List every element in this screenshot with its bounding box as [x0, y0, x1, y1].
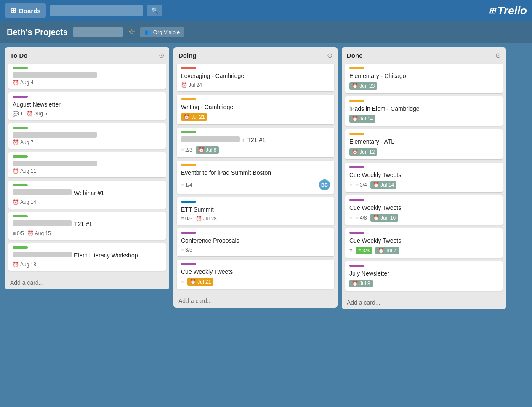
add-card-button-todo[interactable]: Add a card... — [5, 276, 169, 289]
card-color-bar — [349, 67, 364, 69]
card-title: Eventbrite for iPad Summit Boston — [181, 169, 330, 177]
due-badge-text: ⏰ Aug 14 — [13, 199, 36, 205]
checklist-badge-text: ≡ 0/5 — [13, 230, 24, 236]
clock-icon: ⏰ — [27, 230, 34, 236]
clock-icon: ⏰ — [181, 82, 187, 88]
card-menu-icon: ≡ — [349, 215, 352, 221]
clock-icon: ⏰ — [13, 80, 19, 86]
column-todo: To Do⊙⏰ Aug 4August Newsletter💬 1⏰ Aug 5… — [5, 47, 169, 289]
search-input[interactable] — [50, 5, 143, 16]
card[interactable]: ⏰ Aug 4 — [8, 64, 166, 89]
org-visible-button[interactable]: 👥 Org Visible — [140, 27, 184, 37]
add-card-button-done[interactable]: Add a card... — [342, 296, 506, 309]
card[interactable]: Elem Literacy Workshop⏰ Aug 18 — [8, 243, 166, 271]
checklist-badge-text: ≡ 4/8 — [356, 215, 367, 221]
checklist-badge-text: ≡ 3/4 — [356, 182, 367, 188]
card-title: Elem Literacy Workshop — [74, 252, 138, 259]
checklist-badge-text: ≡ 0/5 — [181, 216, 192, 222]
card[interactable]: ETT Summit≡ 0/5⏰ Jul 28 — [177, 197, 334, 225]
board-header-blur — [73, 27, 123, 37]
checklist-complete-icon: ≡ — [358, 248, 361, 254]
card-title: Elementary - ATL — [349, 138, 498, 145]
card-color-bar — [13, 96, 28, 98]
card[interactable]: Leveraging - Cambridge⏰ Jul 24 — [177, 64, 334, 91]
card-color-bar — [181, 232, 196, 234]
card-color-bar — [349, 199, 364, 201]
org-visible-icon: 👥 — [144, 29, 151, 35]
card[interactable]: ⏰ Aug 11 — [8, 152, 166, 177]
card[interactable]: n T21 #1≡ 2/3⏰ Jul 8 — [177, 128, 334, 157]
card[interactable]: July Newsletter⏰ Jul 8 — [345, 261, 503, 291]
due-badge-text: ⏰ Aug 11 — [13, 168, 36, 174]
clock-icon: ⏰ — [196, 216, 202, 222]
due-badge-text: ⏰ Aug 7 — [13, 139, 33, 145]
column-menu-doing[interactable]: ⊙ — [327, 51, 332, 59]
column-header-todo: To Do⊙ — [5, 47, 169, 62]
card[interactable]: iPads in Elem - Cambridge⏰ Jul 14 — [345, 96, 503, 126]
clock-icon: ⏰ — [352, 281, 358, 287]
card[interactable]: Elementary - Chicago⏰ Jun 23 — [345, 64, 503, 93]
card-menu-icon: ≡ — [181, 279, 184, 285]
due-badge: ⏰ Jun 12 — [349, 148, 377, 156]
card-title: n T21 #1 — [242, 137, 266, 143]
card[interactable]: Cue Weekly Tweets≡≡ 3/4⏰ Jul 14 — [345, 163, 503, 192]
card-color-bar — [13, 127, 28, 129]
card-meta: 💬 1⏰ Aug 5 — [13, 111, 162, 117]
card[interactable]: T21 #1≡ 0/5⏰ Aug 15 — [8, 212, 166, 240]
card[interactable]: Cue Weekly Tweets≡⏰ Jul 21 — [177, 260, 334, 289]
card-meta: ≡ 1/4BB — [181, 179, 330, 190]
card-title-blurred-partial — [13, 220, 72, 226]
card[interactable]: Cue Weekly Tweets≡≡ 3/3⏰ Jul 7 — [345, 228, 503, 258]
card-menu-icon: ≡ — [349, 182, 352, 188]
column-title-doing: Doing — [178, 52, 197, 59]
card[interactable]: Conference Proposals≡ 3/5 — [177, 228, 334, 256]
clock-icon: ⏰ — [13, 139, 19, 145]
card[interactable]: Webinar #1⏰ Aug 14 — [8, 181, 166, 209]
top-nav: ⊞ Boards 🔍 ⊞ Trello — [0, 0, 532, 21]
checklist-icon: ≡ — [181, 216, 184, 222]
checklist-badge-text: ≡ 3/5 — [181, 247, 192, 253]
card[interactable]: Eventbrite for iPad Summit Boston≡ 1/4BB — [177, 161, 334, 193]
add-card-button-doing[interactable]: Add a card... — [173, 294, 338, 308]
boards-button[interactable]: ⊞ Boards — [5, 3, 46, 18]
card[interactable]: Cue Weekly Tweets≡≡ 4/8⏰ Jun 16 — [345, 195, 503, 225]
checklist-complete-badge: ≡ 3/3 — [356, 247, 372, 254]
card-meta: ⏰ Aug 14 — [13, 199, 162, 205]
board-title: Beth's Projects — [7, 27, 68, 37]
checklist-icon: ≡ — [181, 182, 184, 188]
search-icon[interactable]: 🔍 — [147, 5, 162, 16]
card-color-bar — [13, 155, 28, 158]
due-badge: ⏰ Jul 14 — [349, 115, 375, 123]
card-title: Webinar #1 — [74, 190, 104, 196]
card[interactable]: Writing - Cambridge⏰ Jul 21 — [177, 95, 334, 124]
checklist-icon: ≡ — [356, 182, 359, 188]
due-badge: ⏰ Jun 23 — [349, 82, 377, 90]
card-meta: ⏰ Jul 8 — [349, 280, 498, 287]
column-menu-todo[interactable]: ⊙ — [159, 51, 164, 59]
avatar-badge: BB — [319, 179, 330, 190]
clock-icon: ⏰ — [184, 114, 190, 120]
card-title: Cue Weekly Tweets — [181, 268, 330, 276]
trello-logo: ⊞ Trello — [489, 4, 527, 17]
card-meta: ≡ 2/3⏰ Jul 8 — [181, 146, 330, 154]
card-title-blurred — [13, 72, 97, 78]
column-doing: Doing⊙Leveraging - Cambridge⏰ Jul 24Writ… — [173, 47, 338, 308]
card-title-blurred — [13, 132, 97, 138]
clock-icon: ⏰ — [198, 147, 205, 153]
clock-icon: ⏰ — [27, 111, 33, 117]
card[interactable]: August Newsletter💬 1⏰ Aug 5 — [8, 92, 166, 120]
column-menu-done[interactable]: ⊙ — [495, 51, 501, 59]
clock-icon: ⏰ — [13, 199, 19, 205]
card[interactable]: ⏰ Aug 7 — [8, 123, 166, 149]
card-color-bar — [13, 184, 28, 186]
due-badge: ⏰ Jul 14 — [370, 181, 396, 189]
card-title: August Newsletter — [13, 101, 162, 108]
card-title: Writing - Cambridge — [181, 103, 330, 111]
board-header: Beth's Projects ☆ 👥 Org Visible — [0, 21, 532, 43]
checklist-badge-text: ≡ 1/4 — [181, 182, 192, 188]
card-meta: ⏰ Aug 7 — [13, 139, 162, 145]
card-color-bar — [13, 215, 28, 217]
star-button[interactable]: ☆ — [128, 27, 135, 37]
card[interactable]: Elementary - ATL⏰ Jun 12 — [345, 129, 503, 159]
checklist-icon: ≡ — [356, 215, 359, 221]
